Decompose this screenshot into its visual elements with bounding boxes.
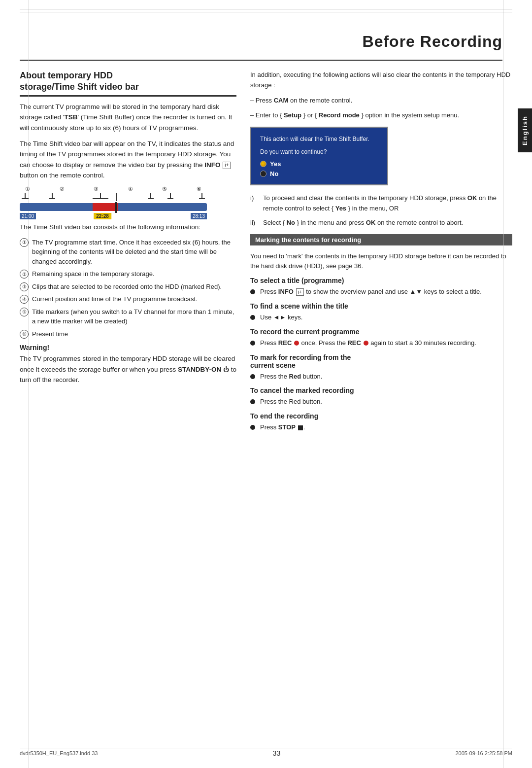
record-current-heading: To record the current programme: [250, 328, 512, 336]
info-icon-2: i+: [296, 288, 304, 296]
tick-5b: [167, 193, 173, 199]
tick-5a: [148, 193, 154, 199]
list-text-3: Clips that are selected to be recorded o…: [32, 282, 222, 292]
tsb-time-right: 28:13: [191, 213, 207, 219]
dialog-line1: This action will clear the Time Shift Bu…: [260, 135, 378, 143]
main-columns: About temporary HDD storage/Time Shift v…: [20, 70, 512, 436]
bullet-dot-6: [250, 425, 255, 430]
mark-scene-heading: To mark for recording from thecurrent sc…: [250, 353, 512, 369]
tsb-time-left: 21:00: [20, 213, 36, 219]
list-num-4: ④: [20, 295, 29, 304]
tsb-num-1: ①: [21, 186, 34, 192]
cancel-mark-text: Press the Red button.: [260, 397, 322, 407]
tsb-bar-red: [93, 203, 118, 211]
tsb-num-4: ④: [124, 186, 137, 192]
tsb-numbers: ① ② ③ ④ ⑤ ⑥: [20, 186, 207, 192]
list-text-6: Present time: [32, 329, 68, 339]
section-heading: About temporary HDD storage/Time Shift v…: [20, 70, 236, 97]
list-num-1: ①: [20, 238, 29, 247]
tick-4: [116, 193, 117, 201]
rec-dot-1: [294, 341, 299, 346]
record-current-bullet: Press REC once. Press the REC again to s…: [250, 338, 512, 349]
bottom-rule-1: [20, 748, 512, 748]
tsb-num-5: ⑤: [158, 186, 171, 192]
tsb-bar: [20, 202, 207, 212]
list-num-2: ②: [20, 270, 29, 279]
tsb-num-6: ⑥: [192, 186, 206, 192]
list-item-4: ④ Current position and time of the TV pr…: [20, 294, 236, 304]
tsb-time-current: 22:28: [94, 213, 111, 219]
tsb-info-list: ① The TV programme start time. Once it h…: [20, 238, 236, 339]
marking-section-heading: Marking the contents for recording: [250, 234, 512, 245]
dialog-yes-label: Yes: [270, 160, 281, 168]
setup-line: – Enter to { Setup } or { Record mode } …: [250, 110, 512, 121]
rec-dot-2: [364, 341, 368, 346]
page-footer: dvdr5350H_EU_Eng537.indd 33 33 2005-09-1…: [20, 749, 512, 757]
list-item-2: ② Remaining space in the temporary stora…: [20, 269, 236, 279]
footer-right: 2005-09-16 2:25:58 PM: [455, 750, 512, 756]
right-intro: In addition, executing the following act…: [250, 70, 512, 91]
footer-left: dvdr5350H_EU_Eng537.indd 33: [20, 750, 98, 756]
mark-scene-bullet: Press the Red button.: [250, 372, 512, 382]
dialog-yes-row: Yes: [260, 160, 378, 168]
radio-no: [260, 171, 266, 177]
record-current-text: Press REC once. Press the REC again to s…: [260, 338, 476, 349]
list-item-5: ⑤ Title markers (when you switch to a TV…: [20, 307, 236, 326]
tsb-time-labels: 21:00 22:28 28:13: [20, 213, 207, 222]
warning-text: The TV programmes stored in the temporar…: [20, 353, 236, 385]
top-rule-2: [20, 12, 512, 12]
bullet-dot-1: [250, 289, 255, 294]
cancel-mark-bullet: Press the Red button.: [250, 397, 512, 407]
dialog-no-row: No: [260, 170, 378, 177]
page: English Before Recording About temporary…: [0, 0, 532, 768]
margin-line-right: [503, 0, 503, 768]
right-column: In addition, executing the following act…: [250, 70, 512, 436]
dialog-line2: Do you want to continue?: [260, 147, 378, 156]
tick-1: [22, 193, 29, 199]
page-title-bar: Before Recording: [0, 33, 532, 51]
tick-3: [93, 193, 108, 199]
margin-line-left: [29, 0, 29, 768]
tsb-diagram: ① ② ③ ④ ⑤ ⑥: [20, 186, 207, 222]
stop-icon: [298, 425, 303, 430]
select-title-bullet: Press INFO i+ to show the overview panel…: [250, 287, 512, 297]
left-para1: The current TV programme will be stored …: [20, 102, 236, 134]
list-item-6: ⑥ Present time: [20, 329, 236, 339]
end-bullet: Press STOP .: [250, 422, 512, 433]
list-text-1: The TV programme start time. Once it has…: [32, 238, 236, 267]
list-item-1: ① The TV programme start time. Once it h…: [20, 238, 236, 267]
alpha-text-ii: Select { No } in the menu and press OK o…: [263, 218, 463, 228]
list-item-3: ③ Clips that are selected to be recorded…: [20, 282, 236, 292]
dialog-no-label: No: [270, 170, 278, 177]
left-column: About temporary HDD storage/Time Shift v…: [20, 70, 236, 436]
info-icon: i+: [223, 162, 231, 169]
alpha-text-i: To proceed and clear the contents in the…: [263, 193, 512, 214]
find-scene-heading: To find a scene within the title: [250, 302, 512, 310]
find-scene-text: Use ◄► keys.: [260, 313, 302, 323]
bullet-dot-5: [250, 399, 255, 404]
left-para2: The Time Shift video bar will appear on …: [20, 139, 236, 181]
tick-6: [199, 193, 205, 199]
page-number: 33: [273, 749, 281, 757]
tsb-num-3: ③: [89, 186, 103, 192]
warning-heading: Warning!: [20, 344, 236, 351]
dialog-screenshot: This action will clear the Time Shift Bu…: [250, 127, 388, 185]
tsb-current-marker: [115, 202, 117, 213]
list-text-4: Current position and time of the TV prog…: [32, 294, 198, 304]
alpha-item-ii: ii) Select { No } in the menu and press …: [250, 218, 512, 228]
bullet-dot-2: [250, 315, 255, 320]
tsb-num-2: ②: [55, 186, 69, 192]
end-heading: To end the recording: [250, 412, 512, 420]
title-underline: [20, 60, 502, 61]
alpha-item-i: i) To proceed and clear the contents in …: [250, 193, 512, 214]
bullet-dot-4: [250, 374, 255, 379]
marking-intro: You need to 'mark' the contents in the t…: [250, 251, 512, 272]
list-text-5: Title markers (when you switch to a TV c…: [32, 307, 236, 326]
list-text-2: Remaining space in the temporary storage…: [32, 269, 155, 279]
alpha-label-ii: ii): [250, 218, 261, 228]
mark-scene-text: Press the Red button.: [260, 372, 322, 382]
radio-yes: [260, 161, 266, 167]
top-rule-1: [20, 9, 512, 9]
cancel-mark-heading: To cancel the marked recording: [250, 386, 512, 394]
language-tab: English: [518, 108, 532, 152]
